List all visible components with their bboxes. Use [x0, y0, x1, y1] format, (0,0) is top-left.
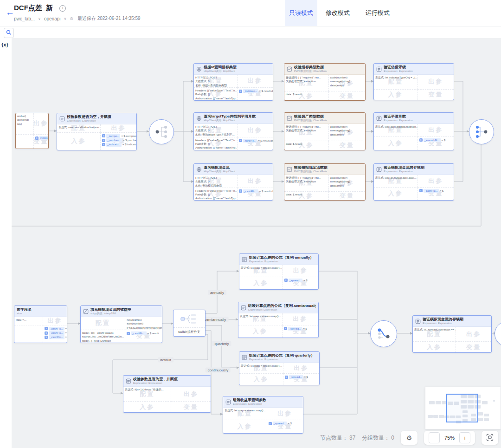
variable-name: _spread... — [289, 279, 303, 282]
gear-icon: ⚙ — [406, 434, 412, 442]
fit-view-button[interactable] — [482, 431, 498, 445]
flow-node-formula-semiannually[interactable]: 组装计算点差的公式（复利-semiannually）Expression: Ex… — [238, 302, 319, 338]
flow-node-switch-branch[interactable]: switch流程分支 — [173, 310, 206, 337]
circle-node-join-bottom[interactable] — [370, 320, 397, 347]
watermark-br: 变量 — [171, 402, 211, 412]
config-line: 失败重试: 0 — [195, 79, 236, 83]
flow-node-query-sim-cashflow[interactable]: 查询模拟现金流HttpClient调用: HttpClient配置HTTP方法:… — [193, 163, 273, 201]
config-line: message(string) — [330, 79, 364, 83]
node-quadrant-tr: 出参 — [238, 124, 273, 137]
node-quadrant-bl: 入参 — [374, 90, 418, 100]
variable-icon: x — [269, 422, 272, 425]
tab-run-mode[interactable]: 运行模式 — [363, 0, 392, 26]
project-select[interactable]: pwc_lab... — [14, 16, 35, 21]
tab-readonly-mode[interactable]: 只读模式 — [285, 0, 317, 26]
variable-row: x_spread...= $ — [269, 422, 302, 425]
watermark-tr: 出参 — [171, 387, 211, 401]
flow-node-check-sim-cashflow[interactable]: 校验模拟现金流数据PWC数据校验: CheckRule配置验证规则: [ { "… — [284, 163, 366, 201]
variable-value: = $ — [288, 422, 292, 425]
tab-edit-mode[interactable]: 修改模式 — [323, 0, 352, 26]
node-header: 校验资产类型数据PWC数据校验: CheckRule — [284, 113, 365, 124]
flow-node-query-indicator-type[interactable]: 根据id查询指标类型HttpClient调用: HttpClient配置HTTP… — [193, 63, 273, 101]
node-subtitle: Expression: Expression — [384, 70, 413, 72]
config-line: code(number) — [330, 125, 364, 129]
variables-panel-button[interactable]: {x} — [1, 42, 8, 47]
node-title: 校验参数是否为空，并赋值 — [67, 115, 111, 119]
config-line: 名称: 根据id查询指标类型 — [195, 84, 236, 87]
group-count: 分组数量：0 — [362, 434, 394, 442]
watermark-tr: 出参 — [238, 175, 273, 188]
flow-node-verify-smooth-months[interactable]: 验证平滑月数Expression: Expression配置表达式: use c… — [373, 112, 454, 150]
variable-row: x_cashFlo...= Duration — [45, 335, 65, 339]
node-quadrant-bl: 入参 — [239, 277, 283, 290]
zoom-in-button[interactable]: + — [459, 432, 470, 443]
config-line: Path参数: [] — [195, 142, 236, 146]
variable-icon: x — [35, 136, 39, 140]
variable-value: = $ — [303, 279, 308, 282]
back-button[interactable]: ← — [6, 7, 14, 18]
node-quadrant-bl: 入参 — [239, 374, 283, 385]
flow-node-verify-cashflow-duration-top[interactable]: 验证模拟现金流的存续期Expression: Expression配置表达式: … — [373, 163, 454, 201]
minimap-viewport[interactable] — [446, 394, 478, 422]
flow-node-check-indicator-type[interactable]: 校验指标类型数据PWC数据校验: CheckRule配置验证规则: [ { "r… — [284, 63, 366, 101]
config-line: 失败重试: 0 — [195, 180, 236, 183]
variable-name: _smoothM... — [424, 138, 441, 142]
minimap-node — [439, 415, 444, 418]
variable-name: _cashFlo... — [131, 331, 146, 335]
config-line: HTTP方法: POST — [195, 125, 236, 129]
flow-node-check-params-top[interactable]: 校验参数是否为空，并赋值Expression: Expression配置表达式:… — [57, 113, 137, 150]
flow-node-check-asset-type[interactable]: 校验资产类型数据PWC数据校验: CheckRule配置验证规则: [ { "r… — [284, 112, 366, 150]
expr-node-icon — [376, 116, 382, 121]
variable-icon: x — [285, 376, 288, 379]
search-button[interactable] — [4, 28, 14, 38]
flow-node-query-target-type[interactable]: 查询targetType并找到平滑月数HttpClient调用: HttpCli… — [193, 112, 273, 150]
node-titles: 组装计算点差的公式（复利-semiannually）Expression: Ex… — [248, 304, 316, 311]
config-line: HTTP方法: POST — [195, 176, 236, 180]
config-line: 失败重试: 0 — [195, 129, 236, 132]
zoom-level: 75% — [443, 435, 456, 441]
watermark-tl: 配置 — [81, 317, 125, 330]
minimap-node — [482, 401, 488, 404]
flow-node-check-params-bottom[interactable]: 校验参数是否为空，并赋值Expression: Expression配置表达式:… — [123, 375, 211, 413]
flow-node-build-yield-query-params[interactable]: 组装收益率查询参数Expression: Expression配置表达式: le… — [223, 396, 303, 434]
variable-name: _cashFlo... — [49, 331, 64, 335]
flow-node-set-field-name-clip[interactable]: 置字段名sionRate =...出参x_cashFlo...= Interes… — [14, 305, 67, 343]
node-quadrant-br: 变量 — [456, 342, 491, 352]
flow-node-verify-valuation-rating[interactable]: 验证估值评级Expression: Expression配置表达式: let i… — [373, 63, 454, 100]
breadcrumb: pwc_lab... ∨ openapi ∨ ⊙ 最近保存 2022-06-21… — [14, 15, 141, 22]
http-node-icon — [196, 66, 202, 72]
config-line: data(array) — [330, 84, 364, 87]
minimap-node — [484, 418, 489, 421]
node-header: 查询targetType并找到平滑月数HttpClient调用: HttpCli… — [194, 113, 273, 124]
node-quadrant-bl: 入参Headers: [{"valueType":"Text","n...Pat… — [194, 88, 238, 100]
node-header: 组装收益率查询参数Expression: Expression — [223, 396, 303, 408]
minimap[interactable] — [425, 387, 501, 429]
settings-button[interactable]: ⚙ — [401, 431, 418, 445]
switch-node-label: switch流程分支 — [173, 328, 205, 336]
watermark-tr: 出参 — [267, 408, 303, 420]
http-node-icon — [196, 116, 202, 121]
node-quadrant-tl: 配置表达式: let map = stream.map()... — [223, 408, 267, 420]
config-line: data(array) — [330, 184, 364, 188]
config-line: sum(number) — [127, 322, 161, 325]
zoom-out-button[interactable]: − — [429, 432, 440, 443]
variable-row: x_cashFlo...= $ — [419, 189, 452, 193]
circle-node-fork-top[interactable] — [149, 119, 174, 144]
info-icon[interactable]: i — [59, 5, 66, 12]
node-subtitle: HttpClient调用: HttpClient — [204, 119, 256, 122]
edge-label-continuously: continuously — [206, 368, 231, 373]
node-subtitle: Expression: Expression — [384, 119, 413, 122]
module-select[interactable]: openapi — [44, 16, 61, 21]
flow-node-clip-left[interactable]: umber)ge(string)ray)出参变量xvestm...= _inve… — [15, 113, 49, 149]
flow-node-verify-cashflow-duration-bottom[interactable]: 验证模拟现金流的存续期Expression: Expression配置表达式: … — [412, 315, 492, 353]
node-quadrant-br: 变量 — [329, 192, 365, 200]
node-body: 配置验证规则: [ { "required": tru...失败处理方式: ex… — [284, 124, 365, 150]
circle-node-join-top[interactable] — [469, 119, 494, 144]
node-subtitle: Expression: Expression — [67, 119, 111, 122]
node-quadrant-tr: 出参 — [238, 75, 273, 88]
flow-node-formula-annually[interactable]: 组装计算点差的公式（复利-annually）Expression: Expres… — [239, 253, 319, 290]
flow-node-fill-cashflow-yield[interactable]: 填充模拟现金流的收益率scipy插值: interp1Fill配置result(… — [80, 305, 162, 343]
flow-node-formula-quarterly[interactable]: 组装计算点差的公式（复利-quarterly）Expression: Expre… — [239, 351, 320, 385]
node-quadrant-bl: 入参 — [123, 402, 171, 412]
variable-icon: x — [284, 279, 288, 282]
